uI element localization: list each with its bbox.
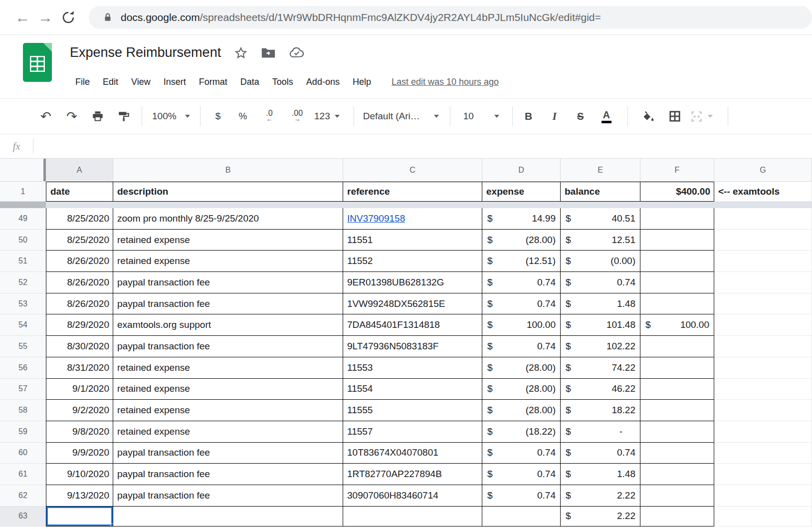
cell-d49[interactable]: $14.99	[482, 208, 561, 230]
column-header-c[interactable]: C	[343, 159, 482, 182]
paint-format-button[interactable]	[111, 106, 137, 126]
cell-e61[interactable]: $1.48	[561, 464, 640, 485]
row-header-56[interactable]: 56	[0, 357, 46, 379]
cell-e63[interactable]: $2.22	[561, 507, 640, 527]
menu-item-file[interactable]: File	[69, 74, 96, 90]
cell-a55[interactable]: 8/30/2020	[46, 336, 113, 357]
cell-f52[interactable]	[640, 272, 714, 293]
invoice-link[interactable]: INV37909158	[347, 213, 405, 224]
menu-item-view[interactable]: View	[125, 74, 157, 90]
cell-a52[interactable]: 8/26/2020	[46, 272, 113, 293]
cell-g1[interactable]: <-- examtools	[714, 182, 812, 202]
frozen-row-handle[interactable]	[43, 159, 46, 181]
cell-f60[interactable]	[640, 443, 714, 464]
move-to-folder-icon[interactable]	[261, 46, 276, 59]
cell-g58[interactable]	[714, 400, 812, 421]
cell-f49[interactable]	[640, 208, 714, 230]
format-currency-button[interactable]: $	[205, 106, 230, 126]
document-title[interactable]: Expense Reimbursement	[70, 45, 221, 60]
cell-g52[interactable]	[714, 272, 812, 293]
cell-g55[interactable]	[714, 336, 812, 357]
column-header-a[interactable]: A	[46, 159, 113, 182]
cell-a62[interactable]: 9/13/2020	[46, 485, 113, 507]
cell-d59[interactable]: $(18.22)	[482, 421, 561, 443]
menu-item-insert[interactable]: Insert	[157, 74, 193, 90]
cell-g51[interactable]	[714, 251, 812, 272]
row-header-60[interactable]: 60	[0, 443, 46, 464]
cell-b63[interactable]	[113, 507, 343, 527]
cell-b60[interactable]: paypal transaction fee	[113, 443, 343, 464]
cell-b50[interactable]: retained expense	[113, 230, 343, 251]
undo-button[interactable]: ↶	[33, 106, 59, 126]
row-header-1[interactable]: 1	[0, 182, 46, 202]
cell-c1[interactable]: reference	[343, 182, 482, 202]
cell-e51[interactable]: $(0.00)	[561, 251, 640, 272]
fill-color-button[interactable]	[636, 106, 662, 126]
cell-c62[interactable]: 30907060H83460714	[343, 485, 482, 507]
row-header-55[interactable]: 55	[0, 336, 46, 357]
print-button[interactable]	[85, 106, 111, 126]
cell-c50[interactable]: 11551	[343, 230, 482, 251]
borders-button[interactable]	[662, 106, 688, 126]
address-bar[interactable]: docs.google.com/spreadsheets/d/1Wr9WbDRH…	[89, 6, 812, 29]
increase-decimal-button[interactable]: .00 →	[283, 106, 311, 126]
cell-e55[interactable]: $102.22	[561, 336, 640, 357]
cell-d57[interactable]: $(28.00)	[482, 379, 561, 400]
google-sheets-logo[interactable]	[23, 43, 52, 82]
cell-f1[interactable]: $400.00	[640, 182, 714, 202]
cell-e59[interactable]: $-	[561, 421, 640, 443]
cell-a1[interactable]: date	[46, 182, 113, 202]
cell-d58[interactable]: $(28.00)	[482, 400, 561, 421]
cell-f63[interactable]	[640, 507, 714, 527]
row-header-53[interactable]: 53	[0, 293, 46, 315]
cell-g54[interactable]	[714, 314, 812, 336]
cell-a63[interactable]	[46, 507, 113, 527]
row-header-51[interactable]: 51	[0, 251, 46, 272]
cell-d53[interactable]: $0.74	[482, 293, 561, 315]
cell-a59[interactable]: 9/8/2020	[46, 421, 113, 443]
cell-g49[interactable]	[714, 208, 812, 230]
menu-item-edit[interactable]: Edit	[96, 74, 125, 90]
redo-button[interactable]: ↷	[59, 106, 85, 126]
cell-a60[interactable]: 9/9/2020	[46, 443, 113, 464]
cell-f58[interactable]	[640, 400, 714, 421]
cell-d61[interactable]: $0.74	[482, 464, 561, 485]
menu-item-format[interactable]: Format	[193, 74, 234, 90]
cell-a53[interactable]: 8/26/2020	[46, 293, 113, 315]
cell-f62[interactable]	[640, 485, 714, 507]
last-edit-status[interactable]: Last edit was 10 hours ago	[392, 77, 499, 87]
formula-input[interactable]	[33, 134, 812, 158]
fill-handle[interactable]	[110, 524, 113, 527]
zoom-select[interactable]: 100%	[147, 106, 195, 126]
cell-b55[interactable]: paypal transaction fee	[113, 336, 343, 357]
cell-f51[interactable]	[640, 251, 714, 272]
cell-f53[interactable]	[640, 293, 714, 315]
cell-c52[interactable]: 9ER01398UB628132G	[343, 272, 482, 293]
cell-e57[interactable]: $46.22	[561, 379, 640, 400]
strikethrough-button[interactable]: S	[568, 106, 594, 126]
cell-b51[interactable]: retained expense	[113, 251, 343, 272]
cell-e1[interactable]: balance	[561, 182, 640, 202]
column-header-f[interactable]: F	[640, 159, 714, 182]
cell-c49[interactable]: INV37909158	[343, 208, 482, 230]
cell-b59[interactable]: retained expense	[113, 421, 343, 443]
cell-d50[interactable]: $(28.00)	[482, 230, 561, 251]
cell-c55[interactable]: 9LT47936N5083183F	[343, 336, 482, 357]
cell-b49[interactable]: zoom pro monthly 8/25-9/25/2020	[113, 208, 343, 230]
cell-f50[interactable]	[640, 230, 714, 251]
cell-b54[interactable]: examtools.org support	[113, 314, 343, 336]
cell-a49[interactable]: 8/25/2020	[46, 208, 113, 230]
cell-b57[interactable]: retained expense	[113, 379, 343, 400]
row-header-61[interactable]: 61	[0, 464, 46, 485]
cell-c59[interactable]: 11557	[343, 421, 482, 443]
row-header-63[interactable]: 63	[0, 507, 46, 527]
cell-f56[interactable]	[640, 357, 714, 379]
cell-d63[interactable]	[482, 507, 561, 527]
cell-b1[interactable]: description	[113, 182, 343, 202]
cell-c53[interactable]: 1VW99248DX562815E	[343, 293, 482, 315]
cell-b62[interactable]: paypal transaction fee	[113, 485, 343, 507]
menu-item-help[interactable]: Help	[346, 74, 378, 90]
cell-d52[interactable]: $0.74	[482, 272, 561, 293]
cell-f57[interactable]	[640, 379, 714, 400]
bold-button[interactable]: B	[516, 106, 542, 126]
